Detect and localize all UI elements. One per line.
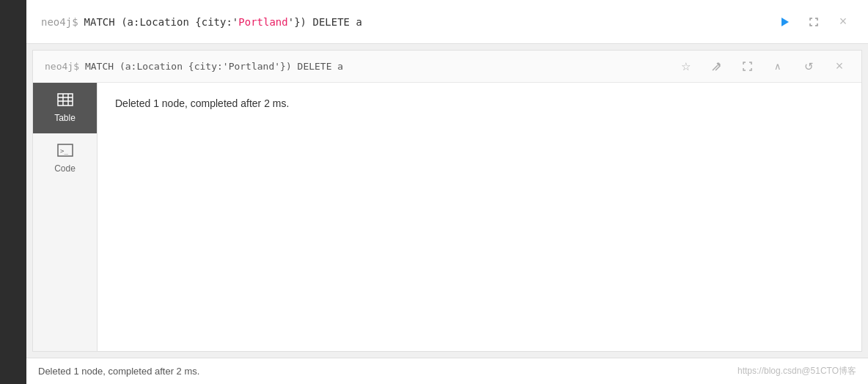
top-command-bar: neo4j$ MATCH (a:Location {city:'Portland… <box>26 0 868 44</box>
result-prompt: neo4j$ <box>45 61 79 72</box>
top-command: MATCH (a:Location {city:'Portland'}) DEL… <box>84 16 774 28</box>
cmd-city: Portland <box>238 16 287 28</box>
tab-code[interactable]: >_ Code <box>33 133 97 184</box>
play-button[interactable] <box>774 12 795 32</box>
result-expand-button[interactable] <box>737 56 757 77</box>
star-button[interactable]: ☆ <box>675 56 696 77</box>
cmd-delete: '}) DELETE a <box>288 16 362 28</box>
code-icon: >_ <box>57 144 73 160</box>
play-icon <box>781 18 789 26</box>
result-expand-icon <box>743 62 751 70</box>
code-prompt-symbol: >_ <box>60 147 68 155</box>
refresh-button[interactable]: ↺ <box>798 56 819 77</box>
top-prompt: neo4j$ <box>41 16 78 28</box>
view-tabs: Table >_ Code <box>33 83 98 351</box>
result-panel: neo4j$ MATCH (a:Location {city:'Portland… <box>32 50 862 352</box>
result-close-button[interactable]: × <box>829 56 850 77</box>
cmd-match: MATCH (a:Location {city:' <box>84 16 239 28</box>
status-bar: Deleted 1 node, completed after 2 ms. ht… <box>26 358 868 384</box>
result-message: Deleted 1 node, completed after 2 ms. <box>115 97 844 109</box>
tab-code-label: Code <box>54 163 76 174</box>
watermark: https://blog.csdn@51CTO博客 <box>738 365 856 377</box>
result-body: Table >_ Code Deleted 1 node <box>33 83 861 351</box>
collapse-button[interactable]: ∧ <box>768 56 788 77</box>
result-header-actions: ☆ ∧ ↺ × <box>675 56 850 77</box>
tab-table[interactable]: Table <box>33 83 97 133</box>
expand-button[interactable] <box>803 12 824 32</box>
table-border <box>58 94 73 106</box>
pin-button[interactable] <box>706 56 727 77</box>
top-close-button[interactable]: × <box>833 12 853 32</box>
top-bar-actions: × <box>774 12 853 32</box>
expand-icon <box>810 18 817 26</box>
result-command: MATCH (a:Location {city:'Portland'}) DEL… <box>85 61 675 72</box>
status-text: Deleted 1 node, completed after 2 ms. <box>38 366 199 377</box>
app-sidebar <box>0 0 26 384</box>
result-header: neo4j$ MATCH (a:Location {city:'Portland… <box>33 51 861 83</box>
table-icon <box>57 93 73 110</box>
tab-table-label: Table <box>54 113 76 123</box>
result-content: Deleted 1 node, completed after 2 ms. <box>98 83 861 351</box>
